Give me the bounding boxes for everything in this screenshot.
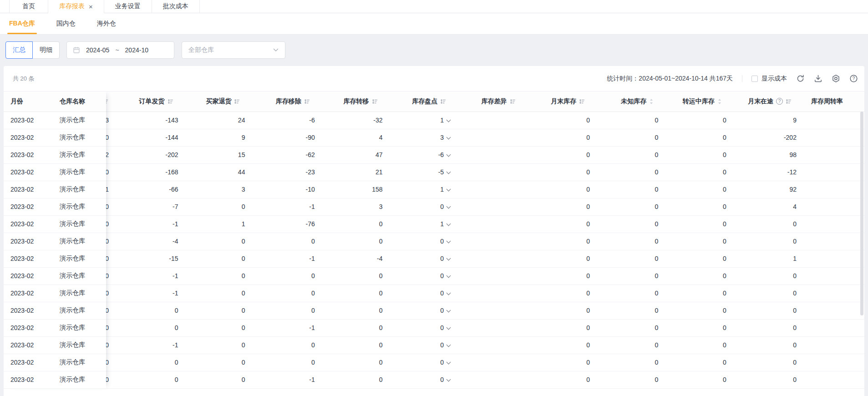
expand-chevron-icon[interactable] bbox=[447, 377, 451, 382]
table-row[interactable]: 2023-02演示仓库 bbox=[4, 354, 106, 371]
expand-chevron-icon[interactable] bbox=[447, 308, 451, 313]
sort-icon[interactable] bbox=[717, 98, 722, 105]
help-icon[interactable]: ? bbox=[776, 98, 783, 105]
tab-domestic-warehouse[interactable]: 国内仓 bbox=[56, 13, 76, 34]
table-row[interactable]: 1-663-10158100092 bbox=[46, 181, 864, 198]
settings-icon[interactable] bbox=[832, 74, 840, 83]
table-row[interactable]: 2023-02演示仓库 bbox=[4, 146, 106, 163]
table-row[interactable]: 000-1000000 bbox=[46, 371, 864, 388]
table-scroll-pane[interactable]: 订单发货买家退货库存移除库存转移库存盘点库存差异月末库存未知库存转运中库存月末在… bbox=[46, 91, 864, 389]
download-icon[interactable] bbox=[814, 74, 822, 83]
table-row[interactable]: 2023-02演示仓库 bbox=[4, 336, 106, 354]
expand-chevron-icon[interactable] bbox=[447, 343, 451, 347]
expand-chevron-icon[interactable] bbox=[447, 152, 451, 157]
filter-icon[interactable] bbox=[372, 98, 378, 105]
window-tab-home[interactable]: 首页 bbox=[9, 0, 48, 13]
show-cost-checkbox[interactable] bbox=[751, 76, 758, 82]
vertical-scrollbar[interactable] bbox=[860, 112, 863, 315]
tab-fba-warehouse[interactable]: FBA仓库 bbox=[8, 13, 36, 34]
table-row[interactable]: 2023-02演示仓库 bbox=[4, 181, 106, 198]
table-row[interactable]: 2023-02演示仓库 bbox=[4, 129, 106, 146]
table-row[interactable]: 0-16844-2321-5000-12 bbox=[46, 163, 864, 181]
window-tab-batch-cost[interactable]: 批次成本 bbox=[152, 0, 200, 13]
window-tab-inventory-report[interactable]: 库存报表 × bbox=[48, 0, 104, 13]
window-tab-business-settings[interactable]: 业务设置 bbox=[104, 0, 152, 13]
expand-chevron-icon[interactable] bbox=[447, 118, 451, 122]
tab-overseas-warehouse[interactable]: 海外仓 bbox=[96, 13, 117, 34]
table-row[interactable]: 0-1449-9043000-202 bbox=[46, 129, 864, 146]
expand-chevron-icon[interactable] bbox=[447, 187, 451, 192]
table-row[interactable]: 2023-02演示仓库 bbox=[4, 163, 106, 181]
refresh-icon[interactable] bbox=[796, 74, 805, 83]
filter-icon[interactable] bbox=[510, 98, 516, 105]
table-row[interactable]: 2023-02演示仓库 bbox=[4, 267, 106, 284]
column-header-inventory_diff[interactable]: 库存差异 bbox=[452, 91, 521, 112]
table-row[interactable]: 2023-02演示仓库 bbox=[4, 371, 106, 388]
table-row[interactable]: 0-100000000 bbox=[46, 336, 864, 354]
table-row[interactable]: 000-1000000 bbox=[46, 319, 864, 336]
column-header-turnover[interactable]: 库存周转率 bbox=[797, 91, 864, 112]
table-row[interactable]: 0-11-76010000 bbox=[46, 215, 864, 233]
column-header-order_shipment[interactable]: 订单发货 bbox=[110, 91, 179, 112]
table-row[interactable]: 0-100000000 bbox=[46, 267, 864, 284]
sort-icon[interactable] bbox=[649, 98, 654, 105]
column-header-inventory_check[interactable]: 库存盘点 bbox=[384, 91, 452, 112]
expand-chevron-icon[interactable] bbox=[447, 291, 451, 295]
expand-chevron-icon[interactable] bbox=[447, 135, 451, 140]
table-row[interactable]: 2023-02演示仓库 bbox=[4, 198, 106, 215]
table-row[interactable]: 2023-02演示仓库 bbox=[4, 215, 106, 233]
column-header-inventory_removal[interactable]: 库存移除 bbox=[246, 91, 315, 112]
cell-inventory_check: 0 bbox=[384, 198, 452, 215]
cell-in_transit_stock: 0 bbox=[659, 336, 727, 354]
filter-icon[interactable] bbox=[579, 98, 585, 105]
cell-month_end_stock: 0 bbox=[522, 215, 591, 233]
expand-chevron-icon[interactable] bbox=[447, 204, 451, 209]
table-row[interactable]: 2023-02演示仓库 bbox=[4, 302, 106, 319]
detail-button[interactable]: 明细 bbox=[32, 41, 60, 59]
column-header-in_transit_stock[interactable]: 转运中库存 bbox=[659, 91, 727, 112]
cell-inventory_diff bbox=[452, 371, 521, 388]
summary-button[interactable]: 汇总 bbox=[5, 41, 33, 59]
table-row[interactable]: 343-14324-6-3210009 bbox=[46, 112, 864, 129]
expand-chevron-icon[interactable] bbox=[447, 256, 451, 261]
column-header-inventory_transfer[interactable]: 库存转移 bbox=[316, 91, 384, 112]
cell-inventory_removal: -23 bbox=[246, 163, 315, 181]
date-end[interactable]: 2024-10 bbox=[125, 46, 148, 54]
expand-chevron-icon[interactable] bbox=[447, 274, 451, 278]
expand-chevron-icon[interactable] bbox=[447, 170, 451, 174]
filter-icon[interactable] bbox=[234, 98, 240, 105]
column-header-unknown_stock[interactable]: 未知库存 bbox=[591, 91, 659, 112]
table-row[interactable]: 2-20215-6247-600098 bbox=[46, 146, 864, 163]
table-row[interactable]: 2023-02演示仓库 bbox=[4, 319, 106, 336]
column-header-month_end_in_transit[interactable]: 月末在途? bbox=[727, 91, 797, 112]
filter-icon[interactable] bbox=[440, 98, 447, 105]
table-row[interactable]: 0-400000000 bbox=[46, 233, 864, 250]
warehouse-select[interactable]: 全部仓库 bbox=[182, 41, 285, 59]
expand-chevron-icon[interactable] bbox=[447, 360, 451, 365]
warehouse-select-value: 全部仓库 bbox=[188, 46, 214, 54]
table-row[interactable]: 0-70-1300004 bbox=[46, 198, 864, 215]
cell-inventory_removal: -1 bbox=[246, 250, 315, 267]
date-range-picker[interactable]: 2024-05 ~ 2024-10 bbox=[66, 41, 174, 59]
expand-chevron-icon[interactable] bbox=[447, 239, 451, 244]
column-header-month_end_stock[interactable]: 月末库存 bbox=[522, 91, 591, 112]
help-icon[interactable]: ? bbox=[849, 74, 858, 83]
table-row[interactable]: 2023-02演示仓库 bbox=[4, 284, 106, 302]
filter-icon[interactable] bbox=[304, 98, 310, 105]
filter-icon[interactable] bbox=[786, 98, 792, 105]
expand-chevron-icon[interactable] bbox=[447, 222, 451, 226]
column-header-buyer_returns[interactable]: 买家退货 bbox=[179, 91, 246, 112]
table-row[interactable]: 2023-02演示仓库 bbox=[4, 233, 106, 250]
expand-chevron-icon[interactable] bbox=[447, 325, 451, 330]
cell-buyer_returns: 0 bbox=[179, 371, 246, 388]
table-row[interactable]: 0-150-1-400001 bbox=[46, 250, 864, 267]
table-row[interactable]: 0-100000000 bbox=[46, 284, 864, 302]
table-row[interactable]: 0000000000 bbox=[46, 354, 864, 371]
filter-icon[interactable] bbox=[168, 98, 174, 105]
show-cost-label: 显示成本 bbox=[761, 75, 787, 83]
table-row[interactable]: 2023-02演示仓库 bbox=[4, 250, 106, 267]
table-row[interactable]: 2023-02演示仓库 bbox=[4, 112, 106, 129]
close-icon[interactable]: × bbox=[89, 3, 93, 10]
table-row[interactable]: 0000000000 bbox=[46, 302, 864, 319]
date-start[interactable]: 2024-05 bbox=[86, 46, 109, 54]
